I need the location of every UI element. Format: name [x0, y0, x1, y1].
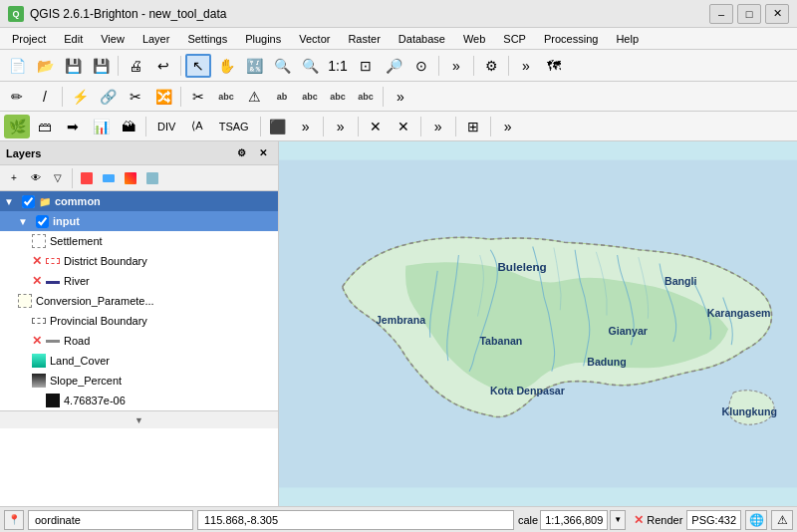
plugin-btn2[interactable]: 🗃: [32, 115, 58, 138]
expand-input[interactable]: ▼: [18, 216, 32, 227]
coordinate-icon[interactable]: 📍: [4, 510, 24, 530]
layer-row-district[interactable]: ✕ District Boundary: [0, 251, 278, 271]
cross-tool2[interactable]: ✕: [391, 115, 416, 138]
check-common[interactable]: [22, 195, 35, 208]
menu-edit[interactable]: Edit: [56, 31, 91, 47]
snap-tool3[interactable]: ✂: [123, 85, 148, 109]
cross-tool[interactable]: ✕: [363, 115, 389, 138]
print-button[interactable]: 🖨: [123, 54, 148, 78]
label-tool[interactable]: abc: [213, 85, 239, 109]
layer-row-river[interactable]: ✕ River: [0, 271, 278, 291]
texture-btn1[interactable]: ⬛: [265, 115, 291, 138]
maximize-button[interactable]: □: [737, 4, 761, 24]
plugin-btn5[interactable]: 🏔: [116, 115, 141, 138]
layers-icon2[interactable]: [99, 168, 119, 188]
more-tools-6[interactable]: »: [425, 115, 451, 138]
layer-row-settlement[interactable]: Settlement: [0, 231, 278, 251]
zoom-layer-button[interactable]: ⊡: [353, 54, 379, 78]
menu-vector[interactable]: Vector: [291, 31, 338, 47]
layers-content[interactable]: ▼ 📁 common ▼ input Settlement: [0, 191, 278, 506]
zoom-in-button[interactable]: 🔍: [269, 54, 295, 78]
layer-row-conversion[interactable]: Conversion_Paramete...: [0, 291, 278, 311]
layer-row-slope[interactable]: Slope_Percent: [0, 371, 278, 391]
layers-icon1[interactable]: [77, 168, 97, 188]
open-project-button[interactable]: 📂: [32, 54, 58, 78]
map-canvas[interactable]: Buleleng Jembrana Tabanan Bangli Karanga…: [279, 141, 797, 506]
grid-tool[interactable]: ⊞: [460, 115, 486, 138]
menu-scp[interactable]: SCP: [495, 31, 534, 47]
edit-tool2[interactable]: /: [32, 85, 58, 109]
more-tools-1[interactable]: »: [443, 54, 469, 78]
menu-help[interactable]: Help: [608, 31, 647, 47]
layer-row-landcover[interactable]: Land_Cover: [0, 351, 278, 371]
label-tool2[interactable]: ⚠: [241, 85, 267, 109]
plugin-btn1[interactable]: 🌿: [4, 115, 30, 138]
gps-button[interactable]: 🌐: [745, 510, 767, 530]
layers-options-button[interactable]: ⚙: [232, 144, 250, 162]
layer-row-road[interactable]: ✕ Road: [0, 331, 278, 351]
menu-settings[interactable]: Settings: [179, 31, 235, 47]
plugin-btn4[interactable]: 📊: [88, 115, 114, 138]
menu-raster[interactable]: Raster: [340, 31, 388, 47]
more-tools-5[interactable]: »: [328, 115, 354, 138]
warning-button[interactable]: ⚠: [771, 510, 793, 530]
zoom-full-button[interactable]: 1:1: [325, 54, 351, 78]
new-project-button[interactable]: 📄: [4, 54, 30, 78]
layer-group-common[interactable]: ▼ 📁 common: [0, 191, 278, 211]
close-button[interactable]: ✕: [765, 4, 789, 24]
scale-dropdown[interactable]: ▼: [610, 510, 626, 530]
title-bar-controls[interactable]: – □ ✕: [709, 4, 789, 24]
layers-icon3[interactable]: [121, 168, 140, 188]
snap-tool[interactable]: ⚡: [67, 85, 93, 109]
edit-pencil[interactable]: ✏: [4, 85, 30, 109]
menu-database[interactable]: Database: [391, 31, 453, 47]
layers-add-button[interactable]: +: [4, 168, 24, 188]
layers-filter-button[interactable]: ▽: [48, 168, 68, 188]
pan-button[interactable]: ✋: [213, 54, 239, 78]
tsag-tool[interactable]: TSAG: [212, 115, 256, 138]
label-tool4[interactable]: abc: [297, 85, 323, 109]
minimize-button[interactable]: –: [709, 4, 733, 24]
menu-layer[interactable]: Layer: [134, 31, 178, 47]
zoom-selected-button[interactable]: 🔎: [381, 54, 406, 78]
select-button[interactable]: ↖: [185, 54, 211, 78]
layer-row-slopeval[interactable]: 4.76837e-06: [0, 391, 278, 410]
layers-icon4[interactable]: [142, 168, 162, 188]
more-tools-2[interactable]: »: [513, 54, 539, 78]
crs-display[interactable]: PSG:432: [686, 510, 741, 530]
div-tool[interactable]: DIV: [150, 115, 182, 138]
menu-web[interactable]: Web: [455, 31, 493, 47]
snap-tool2[interactable]: 🔗: [95, 85, 121, 109]
menu-view[interactable]: View: [93, 31, 133, 47]
layers-header-buttons[interactable]: ⚙ ✕: [232, 144, 272, 162]
zoom-last-button[interactable]: ⊙: [408, 54, 434, 78]
menu-processing[interactable]: Processing: [536, 31, 606, 47]
more-tools-3[interactable]: »: [388, 85, 413, 109]
snap-tool4[interactable]: 🔀: [150, 85, 176, 109]
more-tools-4[interactable]: »: [293, 115, 319, 138]
scale-value-field[interactable]: 1:1,366,809: [540, 510, 608, 530]
menu-project[interactable]: Project: [4, 31, 54, 47]
label-tool3[interactable]: ab: [269, 85, 295, 109]
save-as-button[interactable]: 💾: [88, 54, 114, 78]
layers-eye-button[interactable]: 👁: [26, 168, 46, 188]
check-input[interactable]: [36, 215, 49, 228]
label-tool6[interactable]: abc: [353, 85, 379, 109]
map-tool[interactable]: 🗺: [541, 54, 567, 78]
expand-common[interactable]: ▼: [4, 196, 18, 207]
coordinate-value-field[interactable]: 115.868,-8.305: [197, 510, 514, 530]
layers-close-button[interactable]: ✕: [254, 144, 272, 162]
zoom-out-button[interactable]: 🔍: [297, 54, 323, 78]
layer-group-input[interactable]: ▼ input: [0, 211, 278, 231]
extra-tool-1[interactable]: ⚙: [478, 54, 504, 78]
save-project-button[interactable]: 💾: [60, 54, 86, 78]
cut-tool[interactable]: ✂: [185, 85, 211, 109]
plugin-btn3[interactable]: ➡: [60, 115, 86, 138]
more-tools-7[interactable]: »: [495, 115, 521, 138]
fa-tool[interactable]: ⟨A: [184, 115, 209, 138]
identify-button[interactable]: 🔣: [241, 54, 267, 78]
layer-row-provincial[interactable]: Provincial Boundary: [0, 311, 278, 331]
label-tool5[interactable]: abc: [325, 85, 351, 109]
menu-plugins[interactable]: Plugins: [237, 31, 289, 47]
undo-button[interactable]: ↩: [150, 54, 176, 78]
